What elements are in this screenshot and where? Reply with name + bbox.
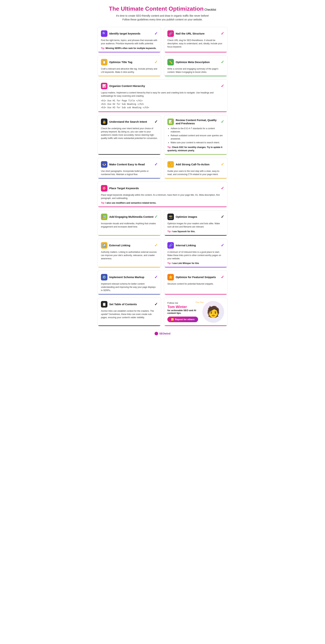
title-group: 📝 Review Content Format, Quality and Fre…: [167, 118, 221, 125]
title-group: 🖼️ Add Engaging Multimedia Content: [101, 214, 153, 220]
card-header: 🔒 Understand the Search Intent ✓: [101, 118, 158, 125]
card-table-of-contents: 📋 Set Table of Contents ✓ Anchor links c…: [97, 298, 161, 326]
checkmark: ✓: [154, 120, 158, 124]
search-icon: 🔍: [101, 30, 107, 37]
lock-icon: 🔒: [101, 118, 107, 125]
card-title: Review Content Format, Quality and Fresh…: [176, 118, 221, 125]
title-group: ↗️ External Linking: [101, 242, 130, 249]
title-group: 🔍 Identify target keywords: [101, 30, 140, 37]
title-group: 🎯 Place Target Keywords: [101, 185, 139, 192]
card-header: 👁️ Make Content Easy to Read ✓: [101, 161, 158, 168]
checkmark: ✓: [154, 302, 158, 307]
logo-text: SEOwind: [159, 332, 170, 335]
title-group: 🔗 Nail the URL Structure: [167, 30, 205, 37]
external-link-icon: ↗️: [101, 242, 107, 249]
card-header: ↗️ External Linking ✓: [101, 242, 158, 249]
card-optimize-images: 📸 Optimize images ✓ Optimize images for …: [164, 210, 228, 236]
card-body: A minimum of 10 inbound links is a good …: [167, 250, 224, 265]
card-header: 🎯 Place Target Keywords ✓: [101, 185, 224, 192]
checkmark: ✓: [154, 214, 158, 219]
card-body: Implement relevant schema for better con…: [101, 282, 158, 292]
card-multimedia: 🖼️ Add Engaging Multimedia Content ✓ Inc…: [97, 210, 161, 236]
checkmark: ✓: [221, 186, 224, 191]
eye-icon: 👁️: [101, 161, 107, 168]
card-optimize-meta: ✏️ Optimize Meta Description ✓ Write a c…: [164, 56, 228, 76]
tip: Tip: Check GSC for monthly changes. Try …: [167, 146, 224, 152]
card-body: Adhere to the E-E-A-T standards for a co…: [167, 127, 224, 152]
title-group: 👁️ Make Content Easy to Read: [101, 161, 145, 168]
footer: SEOwind: [97, 330, 228, 335]
title-group: 📸 Optimize images: [167, 214, 197, 220]
card-add-cta: ✏️ Add Strong Call-To-Action ✓ Guide you…: [164, 158, 228, 179]
card-header: 📋 Optimize Title Tag ✓: [101, 59, 158, 66]
title-group: 🔒 Understand the Search Intent: [101, 118, 147, 125]
title-group: ⚙️ Implement Schema Markup: [101, 274, 144, 280]
hierarchy-icon: 📊: [101, 83, 107, 89]
logo-icon: [155, 332, 158, 335]
checkmark: ✓: [154, 275, 158, 280]
code-line-h2: <h2> Use H2 for Sub Heading </h2>: [101, 102, 224, 106]
card-title: Understand the Search Intent: [109, 120, 147, 124]
checkmark: ✓: [221, 275, 224, 280]
title-group: ✏️ Add Strong Call-To-Action: [167, 161, 209, 168]
row-6: 🎯 Place Target Keywords ✓ Place target k…: [97, 182, 228, 207]
code-line-h1: <h1> Use H1 for Page Title </h1>: [101, 99, 224, 102]
checkmark: ✓: [221, 60, 224, 64]
card-body: Write a concise and engaging summary of …: [167, 67, 224, 74]
link-icon: 🔗: [167, 30, 174, 37]
card-title: Place Target Keywords: [109, 187, 139, 190]
card-body: Craft a relevant and attractive title ta…: [101, 67, 158, 74]
internal-link-icon: 🔗: [167, 242, 174, 249]
row-3: 📊 Organize Content Hierarchy ✓ Layout ma…: [97, 79, 228, 112]
checkmark: ✓: [221, 243, 224, 248]
card-review-content: 📝 Review Content Format, Quality and Fre…: [164, 115, 228, 155]
row-5: 👁️ Make Content Easy to Read ✓ Use short…: [97, 158, 228, 179]
card-header: ⭐ Optimize for Featured Snippets ✓: [167, 274, 224, 280]
card-title: Internal Linking: [176, 244, 196, 247]
avatar: 🧑: [202, 301, 224, 323]
card-optimize-title: 📋 Optimize Title Tag ✓ Craft a relevant …: [97, 56, 161, 76]
wave-decoration: 〜〜: [195, 300, 204, 306]
follow-desc: for actionable SEO and AI content tips.: [167, 309, 201, 314]
target-icon: 🎯: [101, 185, 107, 192]
checkmark: ✓: [221, 162, 224, 167]
card-body: Check URL slug for SEO-friendliness. It …: [167, 39, 224, 48]
card-external-linking: ↗️ External Linking ✓ Authority matters.…: [97, 239, 161, 268]
tip: Tip: Winning SERPs often rank for multip…: [101, 46, 158, 50]
tip: Tip: I use Squoosh for this.: [167, 230, 224, 233]
card-title: Add Strong Call-To-Action: [176, 163, 209, 166]
card-body: Optimize images for your readers and bot…: [167, 222, 224, 233]
card-body: Guide your users to the next step with a…: [167, 170, 224, 176]
toc-icon: 📋: [101, 301, 107, 308]
card-featured-snippets: ⭐ Optimize for Featured Snippets ✓ Struc…: [164, 270, 228, 295]
card-header: 📝 Review Content Format, Quality and Fre…: [167, 118, 224, 125]
row-7: 🖼️ Add Engaging Multimedia Content ✓ Inc…: [97, 210, 228, 236]
bullet-list: Adhere to the E-E-A-T standards for a co…: [167, 127, 224, 144]
card-header: ✏️ Optimize Meta Description ✓: [167, 59, 224, 66]
card-body: Check the underlying user intent behind …: [101, 127, 158, 140]
repost-label: Repost for others: [175, 318, 194, 321]
card-body: Authority matters. Linking to authoritat…: [101, 250, 158, 260]
card-header: 📊 Organize Content Hierarchy ✓: [101, 83, 224, 89]
card-body: Anchor links can establish context for t…: [101, 309, 158, 319]
card-header: 🔗 Internal Linking ✓: [167, 242, 224, 249]
header: The Ultimate Content Optimization Checkl…: [97, 6, 228, 22]
list-item: Make sure your content is relevant to se…: [171, 141, 224, 144]
card-header: ✏️ Add Strong Call-To-Action ✓: [167, 161, 224, 168]
star-icon: ⭐: [167, 274, 174, 280]
card-header: 📋 Set Table of Contents ✓: [101, 301, 158, 308]
card-header: ⚙️ Implement Schema Markup ✓: [101, 274, 158, 280]
page: The Ultimate Content Optimization Checkl…: [90, 0, 235, 342]
code-line-h3: <h3> Use H3 for Sub sub Heading </h3>: [101, 106, 224, 109]
card-search-intent: 🔒 Understand the Search Intent ✓ Check t…: [97, 115, 161, 155]
code-lines: <h1> Use H1 for Page Title </h1> <h2> Us…: [101, 99, 224, 110]
row-4: 🔒 Understand the Search Intent ✓ Check t…: [97, 115, 228, 155]
title-group: 📋 Set Table of Contents: [101, 301, 137, 308]
follow-card: Follow me Tom Winter for actionable SEO …: [164, 298, 228, 326]
schema-icon: ⚙️: [101, 274, 107, 280]
checkmark: ✓: [221, 120, 224, 124]
repost-button[interactable]: 🔁 Repost for others: [167, 316, 198, 322]
card-body: Structure content for potential featured…: [167, 282, 224, 286]
card-title: Optimize images: [176, 215, 197, 218]
checkmark: ✓: [154, 31, 158, 36]
